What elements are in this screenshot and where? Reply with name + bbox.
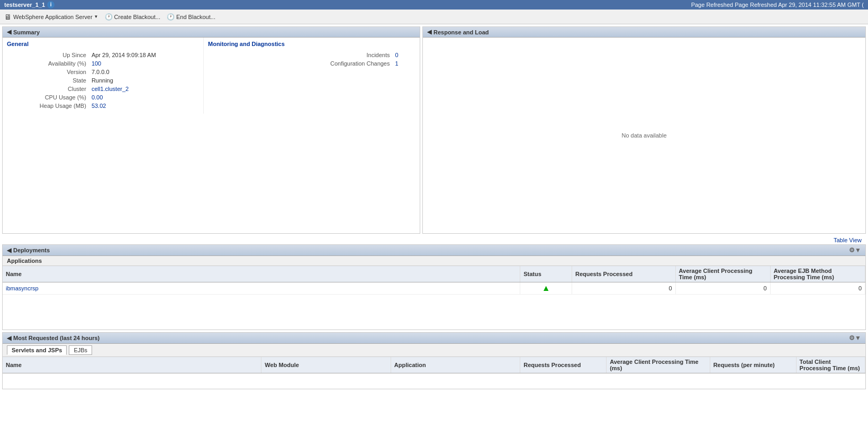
response-load-panel: ◀ Response and Load No data available <box>422 26 866 234</box>
heap-usage-label: Heap Usage (MB) <box>8 102 88 109</box>
config-changes-row: Configuration Changes 1 <box>209 60 414 67</box>
version-value: 7.0.0.0 <box>89 68 198 76</box>
create-blackout-icon: 🕐 <box>105 13 113 21</box>
server-label: WebSphere Application Server <box>13 14 93 20</box>
state-value: Running <box>89 77 198 84</box>
mr-col-requests-per-min: Requests (per minute) <box>710 357 796 373</box>
tab-ejbs[interactable]: EJBs <box>69 345 92 355</box>
cpu-usage-row: CPU Usage (%) 0.00 <box>8 94 198 101</box>
heap-usage-row: Heap Usage (MB) 53.02 <box>8 102 198 109</box>
incidents-row: Incidents 0 <box>209 51 414 59</box>
deployments-header: ◀ Deployments ⚙▼ <box>3 245 865 256</box>
row-avg-ejb: 0 <box>770 282 865 295</box>
mr-col-requests: Requests Processed <box>520 357 607 373</box>
table-view-text[interactable]: Table View <box>834 237 862 243</box>
general-header: General <box>7 41 199 47</box>
summary-panel: ◀ Summary General Up Since Apr 29, 2014 … <box>2 26 420 234</box>
deployments-collapse-icon[interactable]: ◀ <box>7 247 11 254</box>
deployments-header-left: ◀ Deployments <box>7 247 50 254</box>
row-status: ▲ <box>520 282 572 295</box>
col-avg-client: Average Client Processing Time (ms) <box>675 266 770 282</box>
availability-label: Availability (%) <box>8 60 88 67</box>
mr-col-total-client: Total Client Processing Time (ms) <box>796 357 865 373</box>
deployments-table: Name Status Requests Processed Average C… <box>3 266 865 295</box>
deployments-title: Deployments <box>13 247 50 253</box>
cluster-value[interactable]: cell1.cluster_2 <box>89 85 198 93</box>
cpu-usage-value[interactable]: 0.00 <box>89 94 198 101</box>
general-section: General Up Since Apr 29, 2014 9:09:18 AM… <box>3 38 204 114</box>
col-requests: Requests Processed <box>572 266 675 282</box>
mr-col-web-module: Web Module <box>261 357 391 373</box>
up-since-row: Up Since Apr 29, 2014 9:09:18 AM <box>8 51 198 59</box>
top-row: ◀ Summary General Up Since Apr 29, 2014 … <box>2 26 866 234</box>
monitoring-table: Incidents 0 Configuration Changes 1 <box>208 50 415 68</box>
deployments-table-head: Name Status Requests Processed Average C… <box>3 266 865 282</box>
mr-col-name: Name <box>3 357 261 373</box>
info-icon[interactable]: i <box>47 1 55 8</box>
summary-header: ◀ Summary <box>3 27 420 38</box>
end-blackout-label: End Blackout... <box>176 14 215 20</box>
table-view-link[interactable]: Table View <box>0 236 866 244</box>
state-row: State Running <box>8 77 198 84</box>
version-row: Version 7.0.0.0 <box>8 68 198 76</box>
status-up-icon: ▲ <box>542 283 550 292</box>
deployments-header-row: Name Status Requests Processed Average C… <box>3 266 865 282</box>
col-avg-ejb: Average EJB Method Processing Time (ms) <box>770 266 865 282</box>
deployments-gear-icon[interactable]: ⚙▼ <box>849 246 861 254</box>
toolbar: 🖥 WebSphere Application Server ▼ 🕐 Creat… <box>0 10 868 24</box>
summary-title: Summary <box>13 29 40 35</box>
row-name[interactable]: ibmasyncrsp <box>3 282 520 295</box>
app-title-label: testserver_1_1 <box>4 2 45 8</box>
cluster-label: Cluster <box>8 85 88 93</box>
end-blackout-button[interactable]: 🕐 End Blackout... <box>167 13 215 21</box>
deployments-tbody: ibmasyncrsp ▲ 0 0 0 <box>3 282 865 295</box>
create-blackout-label: Create Blackout... <box>114 14 160 20</box>
heap-usage-value[interactable]: 53.02 <box>89 102 198 109</box>
toolbar-left: 🖥 WebSphere Application Server ▼ 🕐 Creat… <box>4 13 215 21</box>
mr-col-avg-client: Average Client Processing Time (ms) <box>607 357 710 373</box>
page-refreshed-text: Page Refreshed Page Refreshed Apr 29, 20… <box>691 2 864 8</box>
server-icon: 🖥 <box>4 13 12 21</box>
create-blackout-button[interactable]: 🕐 Create Blackout... <box>105 13 160 21</box>
most-requested-body: Name Web Module Application Requests Pro… <box>3 357 865 389</box>
response-collapse-icon[interactable]: ◀ <box>427 29 431 35</box>
incidents-label: Incidents <box>209 51 392 59</box>
summary-collapse-icon[interactable]: ◀ <box>7 29 11 35</box>
cpu-usage-label: CPU Usage (%) <box>8 94 88 101</box>
incidents-value[interactable]: 0 <box>393 51 415 59</box>
mr-col-application: Application <box>391 357 520 373</box>
monitoring-section: Monitoring and Diagnostics Incidents 0 C… <box>204 38 420 114</box>
app-title-bar: testserver_1_1 i Page Refreshed Page Ref… <box>0 0 868 10</box>
row-avg-client: 0 <box>675 282 770 295</box>
version-label: Version <box>8 68 88 76</box>
most-requested-table-head: Name Web Module Application Requests Pro… <box>3 357 865 373</box>
summary-body: General Up Since Apr 29, 2014 9:09:18 AM… <box>3 38 420 114</box>
row-requests: 0 <box>572 282 675 295</box>
general-table: Up Since Apr 29, 2014 9:09:18 AM Availab… <box>7 50 199 111</box>
most-requested-collapse-icon[interactable]: ◀ <box>7 335 11 342</box>
most-requested-gear-icon[interactable]: ⚙▼ <box>849 334 861 342</box>
up-since-label: Up Since <box>8 51 88 59</box>
end-blackout-icon: 🕐 <box>167 13 175 21</box>
most-requested-panel: ◀ Most Requested (last 24 hours) ⚙▼ Serv… <box>2 332 866 389</box>
websphere-server-button[interactable]: 🖥 WebSphere Application Server ▼ <box>4 13 98 21</box>
response-panel-body: No data available <box>423 38 865 233</box>
no-data-label: No data available <box>621 132 666 139</box>
refresh-timestamp: Page Refreshed Apr 29, 2014 11:32:55 AM … <box>735 2 864 8</box>
deployments-body: Name Status Requests Processed Average C… <box>3 266 865 330</box>
tab-servlets-and-jsps[interactable]: Servlets and JSPs <box>7 345 67 355</box>
cluster-row: Cluster cell1.cluster_2 <box>8 85 198 93</box>
availability-row: Availability (%) 100 <box>8 60 198 67</box>
monitoring-header: Monitoring and Diagnostics <box>208 41 415 47</box>
col-name: Name <box>3 266 520 282</box>
most-requested-title: Most Requested (last 24 hours) <box>13 335 100 341</box>
availability-value[interactable]: 100 <box>89 60 198 67</box>
response-load-header: ◀ Response and Load <box>423 27 865 38</box>
deployments-panel: ◀ Deployments ⚙▼ Applications Name Statu… <box>2 244 866 330</box>
tabs-bar: Servlets and JSPsEJBs <box>3 344 865 357</box>
col-status: Status <box>520 266 572 282</box>
up-since-value: Apr 29, 2014 9:09:18 AM <box>89 51 198 59</box>
most-requested-header-row: Name Web Module Application Requests Pro… <box>3 357 865 373</box>
state-label: State <box>8 77 88 84</box>
config-changes-value[interactable]: 1 <box>393 60 415 67</box>
